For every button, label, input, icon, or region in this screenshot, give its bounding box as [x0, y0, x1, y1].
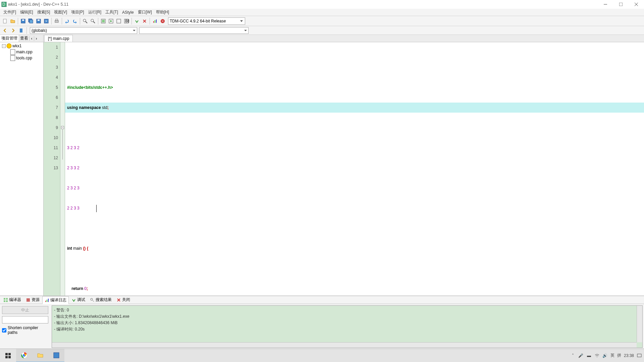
svg-rect-6	[3, 19, 6, 23]
svg-rect-31	[155, 20, 155, 23]
menu-window[interactable]: 窗口[W]	[136, 9, 154, 16]
redo-icon[interactable]	[71, 17, 78, 25]
output-line: - 编译时间: 0.20s	[54, 326, 640, 333]
compile-icon[interactable]	[100, 17, 107, 25]
open-icon[interactable]	[9, 17, 16, 25]
svg-rect-41	[6, 298, 8, 300]
tree-file-item[interactable]: main.cpp	[1, 49, 43, 55]
menu-bar: 文件[F] 编辑[E] 搜索[S] 视图[V] 项目[P] 运行[R] 工具[T…	[0, 9, 644, 16]
maximize-button[interactable]	[613, 0, 629, 9]
replace-icon[interactable]	[89, 17, 97, 25]
taskbar-explorer[interactable]	[32, 349, 48, 362]
abort-button[interactable]: 中止	[2, 306, 48, 314]
scope-combo[interactable]: (globals)	[30, 27, 137, 34]
menu-help[interactable]: 帮助[H]	[154, 9, 171, 16]
tree-file-item[interactable]: tools.cpp	[1, 55, 43, 61]
menu-search[interactable]: 搜索[S]	[35, 9, 52, 16]
new-file-icon[interactable]	[1, 17, 9, 25]
tray-volume-icon[interactable]: 🔊	[602, 353, 608, 358]
goto-fwd-icon[interactable]	[9, 27, 17, 34]
tray-wifi-icon[interactable]	[594, 353, 600, 358]
svg-rect-25	[117, 19, 121, 23]
goto-back-icon[interactable]	[1, 27, 9, 34]
collapse-icon[interactable]: −	[2, 44, 6, 48]
svg-rect-44	[26, 298, 30, 302]
editor-tab-main[interactable]: [*] main.cpp	[44, 35, 73, 42]
profile-icon[interactable]	[151, 17, 159, 25]
debug-icon[interactable]	[133, 17, 141, 25]
tab-debug[interactable]: 调试	[69, 296, 87, 303]
menu-astyle[interactable]: AStyle	[120, 9, 136, 15]
svg-rect-39	[10, 55, 15, 61]
tab-close[interactable]: 关闭	[114, 296, 132, 303]
rebuild-icon[interactable]: 88	[123, 17, 130, 25]
tray-clock[interactable]: 23:38	[624, 353, 634, 358]
file-name: main.cpp	[16, 50, 33, 54]
close-button[interactable]	[629, 0, 644, 9]
svg-rect-43	[6, 300, 8, 302]
tray-ime-lang[interactable]: 英	[610, 353, 614, 358]
taskbar-devcpp[interactable]	[48, 349, 64, 362]
compiler-filter-input[interactable]	[2, 316, 48, 323]
tray-chevron-icon[interactable]: ˄	[570, 353, 576, 358]
svg-line-21	[93, 21, 95, 23]
tray-mic-icon[interactable]: 🎤	[578, 353, 584, 358]
line-gutter: 123 456 789 101112 13	[44, 42, 60, 296]
tab-search-results[interactable]: 搜索结果	[88, 296, 114, 303]
member-combo[interactable]	[139, 27, 249, 34]
menu-project[interactable]: 项目[P]	[69, 9, 86, 16]
checkbox-label: Shorten compiler paths	[8, 325, 48, 335]
minimize-button[interactable]	[598, 0, 613, 9]
menu-tools[interactable]: 工具[T]	[103, 9, 120, 16]
sidebar-nav-right[interactable]: ›	[34, 36, 39, 41]
sidebar-nav-left[interactable]: ‹	[29, 36, 34, 41]
save-icon[interactable]	[19, 17, 27, 25]
bookmark-icon[interactable]	[17, 27, 25, 34]
compile-output[interactable]: - 警告: 0 - 输出文件名: D:\wkx\wkx1\wkx1\wkx1.e…	[52, 305, 643, 348]
menu-run[interactable]: 运行[R]	[86, 9, 103, 16]
tree-project-node[interactable]: − wkx1	[1, 43, 43, 49]
tray-notifications-icon[interactable]	[637, 353, 642, 358]
output-line: - 输出大小: 1.83420848846436 MiB	[54, 320, 640, 326]
horizontal-scrollbar[interactable]	[52, 342, 637, 348]
delete-profile-icon[interactable]	[159, 17, 166, 25]
tab-resources[interactable]: 资源	[24, 296, 42, 303]
code-content[interactable]: #include<bits/stdc++.h> using namespace …	[65, 42, 644, 296]
shorten-paths-checkbox[interactable]: Shorten compiler paths	[2, 325, 48, 335]
tab-compiler[interactable]: 编译器	[1, 296, 23, 303]
menu-file[interactable]: 文件[F]	[1, 9, 18, 16]
svg-rect-47	[48, 299, 49, 302]
file-name: tools.cpp	[16, 56, 32, 60]
compiler-profile-combo[interactable]: TDM-GCC 4.9.2 64-bit Release	[168, 17, 245, 25]
svg-point-20	[91, 19, 94, 22]
vertical-scrollbar[interactable]	[637, 306, 642, 342]
save-as-icon[interactable]	[35, 17, 42, 25]
svg-rect-53	[8, 353, 11, 355]
menu-view[interactable]: 视图[V]	[52, 9, 69, 16]
fold-gutter: −	[60, 42, 65, 296]
print-icon[interactable]	[53, 17, 60, 25]
close-file-icon[interactable]	[43, 17, 50, 25]
tray-battery-icon[interactable]: ▬	[586, 353, 592, 358]
compiler-profile-text: TDM-GCC 4.9.2 64-bit Release	[170, 19, 226, 23]
title-bar: D wkx1 - [wkx1.dev] - Dev-C++ 5.11	[0, 0, 644, 9]
svg-point-18	[83, 19, 86, 22]
project-tree[interactable]: − wkx1 main.cpp tools.cpp	[0, 42, 43, 296]
tray-ime-mode[interactable]: 拼	[617, 353, 621, 358]
undo-icon[interactable]	[63, 17, 71, 25]
compile-run-icon[interactable]	[115, 17, 122, 25]
sidebar-tab-project[interactable]: 项目管理	[0, 35, 19, 42]
find-icon[interactable]	[82, 17, 89, 25]
text-cursor	[96, 205, 97, 212]
fold-toggle-icon[interactable]: −	[61, 126, 64, 129]
menu-edit[interactable]: 编辑[E]	[18, 9, 35, 16]
code-editor[interactable]: 123 456 789 101112 13 − #include<bits/st…	[44, 42, 644, 296]
start-button[interactable]	[0, 349, 16, 362]
svg-rect-32	[156, 19, 157, 23]
run-icon[interactable]	[107, 17, 115, 25]
taskbar-chrome[interactable]	[16, 349, 32, 362]
tab-compile-log[interactable]: 编译日志	[42, 296, 69, 304]
stop-icon[interactable]	[141, 17, 148, 25]
sidebar-tab-view[interactable]: 查看	[19, 35, 29, 42]
save-all-icon[interactable]	[27, 17, 35, 25]
